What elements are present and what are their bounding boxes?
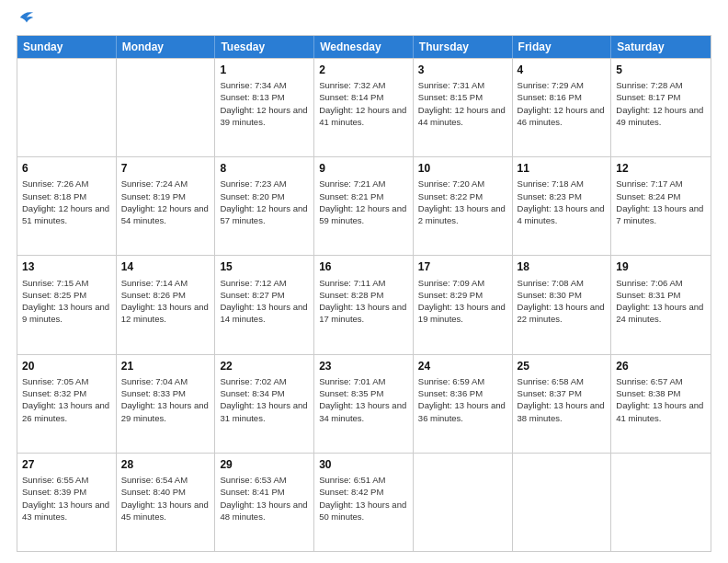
calendar-cell: 11Sunrise: 7:18 AM Sunset: 8:23 PM Dayli… bbox=[513, 157, 612, 255]
day-number: 5 bbox=[616, 63, 706, 77]
day-info: Sunrise: 6:59 AM Sunset: 8:36 PM Dayligh… bbox=[418, 375, 507, 424]
day-number: 21 bbox=[121, 359, 210, 373]
day-number: 17 bbox=[418, 259, 507, 274]
calendar-cell: 20Sunrise: 7:05 AM Sunset: 8:32 PM Dayli… bbox=[17, 355, 117, 453]
day-info: Sunrise: 6:55 AM Sunset: 8:39 PM Dayligh… bbox=[22, 474, 111, 523]
calendar-cell: 18Sunrise: 7:08 AM Sunset: 8:30 PM Dayli… bbox=[513, 256, 612, 353]
calendar-cell: 4Sunrise: 7:29 AM Sunset: 8:16 PM Daylig… bbox=[513, 59, 612, 156]
day-info: Sunrise: 7:17 AM Sunset: 8:24 PM Dayligh… bbox=[616, 178, 706, 226]
day-number: 30 bbox=[319, 457, 408, 472]
calendar-cell: 24Sunrise: 6:59 AM Sunset: 8:36 PM Dayli… bbox=[414, 355, 513, 453]
logo-bird-icon bbox=[18, 9, 35, 26]
calendar-cell: 10Sunrise: 7:20 AM Sunset: 8:22 PM Dayli… bbox=[414, 157, 513, 255]
day-info: Sunrise: 7:31 AM Sunset: 8:15 PM Dayligh… bbox=[418, 79, 507, 128]
day-number: 27 bbox=[22, 457, 111, 472]
calendar-cell: 8Sunrise: 7:23 AM Sunset: 8:20 PM Daylig… bbox=[215, 157, 314, 255]
day-info: Sunrise: 7:12 AM Sunset: 8:27 PM Dayligh… bbox=[220, 277, 309, 326]
day-number: 29 bbox=[220, 457, 309, 472]
day-info: Sunrise: 7:14 AM Sunset: 8:26 PM Dayligh… bbox=[121, 277, 210, 326]
day-info: Sunrise: 6:58 AM Sunset: 8:37 PM Dayligh… bbox=[518, 375, 607, 424]
day-number: 20 bbox=[22, 359, 111, 373]
day-number: 11 bbox=[518, 161, 607, 176]
day-info: Sunrise: 7:24 AM Sunset: 8:19 PM Dayligh… bbox=[121, 178, 210, 226]
day-number: 14 bbox=[121, 259, 210, 274]
calendar-cell: 1Sunrise: 7:34 AM Sunset: 8:13 PM Daylig… bbox=[215, 59, 314, 156]
calendar-cell: 22Sunrise: 7:02 AM Sunset: 8:34 PM Dayli… bbox=[215, 355, 314, 453]
calendar-cell: 27Sunrise: 6:55 AM Sunset: 8:39 PM Dayli… bbox=[17, 454, 117, 551]
day-number: 2 bbox=[319, 63, 408, 77]
day-number: 28 bbox=[121, 457, 210, 472]
day-info: Sunrise: 7:26 AM Sunset: 8:18 PM Dayligh… bbox=[22, 178, 111, 226]
day-info: Sunrise: 7:32 AM Sunset: 8:14 PM Dayligh… bbox=[319, 79, 408, 128]
day-info: Sunrise: 7:29 AM Sunset: 8:16 PM Dayligh… bbox=[518, 79, 607, 128]
calendar-body: 1Sunrise: 7:34 AM Sunset: 8:13 PM Daylig… bbox=[17, 58, 711, 551]
day-info: Sunrise: 7:04 AM Sunset: 8:33 PM Dayligh… bbox=[121, 375, 210, 424]
day-info: Sunrise: 7:18 AM Sunset: 8:23 PM Dayligh… bbox=[518, 178, 607, 226]
calendar-cell: 30Sunrise: 6:51 AM Sunset: 8:42 PM Dayli… bbox=[314, 454, 414, 551]
calendar-cell: 9Sunrise: 7:21 AM Sunset: 8:21 PM Daylig… bbox=[314, 157, 414, 255]
calendar-cell: 14Sunrise: 7:14 AM Sunset: 8:26 PM Dayli… bbox=[117, 256, 216, 353]
day-number: 8 bbox=[220, 161, 309, 176]
calendar-cell: 7Sunrise: 7:24 AM Sunset: 8:19 PM Daylig… bbox=[117, 157, 216, 255]
calendar-cell: 13Sunrise: 7:15 AM Sunset: 8:25 PM Dayli… bbox=[17, 256, 117, 353]
calendar-cell: 28Sunrise: 6:54 AM Sunset: 8:40 PM Dayli… bbox=[117, 454, 216, 551]
day-info: Sunrise: 7:09 AM Sunset: 8:29 PM Dayligh… bbox=[418, 277, 507, 326]
day-info: Sunrise: 6:54 AM Sunset: 8:40 PM Dayligh… bbox=[121, 474, 210, 523]
day-info: Sunrise: 6:57 AM Sunset: 8:38 PM Dayligh… bbox=[616, 375, 706, 424]
logo bbox=[17, 17, 35, 26]
calendar: SundayMondayTuesdayWednesdayThursdayFrid… bbox=[17, 35, 711, 552]
calendar-cell: 26Sunrise: 6:57 AM Sunset: 8:38 PM Dayli… bbox=[611, 355, 711, 453]
day-number: 4 bbox=[518, 63, 607, 77]
day-number: 23 bbox=[319, 359, 408, 373]
page: SundayMondayTuesdayWednesdayThursdayFrid… bbox=[0, 0, 728, 563]
day-number: 9 bbox=[319, 161, 408, 176]
day-number: 25 bbox=[518, 359, 607, 373]
day-info: Sunrise: 7:28 AM Sunset: 8:17 PM Dayligh… bbox=[616, 79, 706, 128]
calendar-cell: 23Sunrise: 7:01 AM Sunset: 8:35 PM Dayli… bbox=[314, 355, 414, 453]
day-number: 1 bbox=[220, 63, 309, 77]
calendar-cell: 19Sunrise: 7:06 AM Sunset: 8:31 PM Dayli… bbox=[611, 256, 711, 353]
day-number: 16 bbox=[319, 259, 408, 274]
calendar-cell: 6Sunrise: 7:26 AM Sunset: 8:18 PM Daylig… bbox=[17, 157, 117, 255]
day-number: 24 bbox=[418, 359, 507, 373]
day-info: Sunrise: 7:08 AM Sunset: 8:30 PM Dayligh… bbox=[518, 277, 607, 326]
day-number: 10 bbox=[418, 161, 507, 176]
calendar-week-3: 13Sunrise: 7:15 AM Sunset: 8:25 PM Dayli… bbox=[17, 255, 711, 353]
header-cell-friday: Friday bbox=[513, 36, 612, 58]
day-number: 26 bbox=[616, 359, 706, 373]
calendar-week-4: 20Sunrise: 7:05 AM Sunset: 8:32 PM Dayli… bbox=[17, 354, 711, 453]
header bbox=[17, 17, 711, 26]
calendar-cell: 5Sunrise: 7:28 AM Sunset: 8:17 PM Daylig… bbox=[611, 59, 711, 156]
calendar-week-1: 1Sunrise: 7:34 AM Sunset: 8:13 PM Daylig… bbox=[17, 58, 711, 156]
day-info: Sunrise: 7:06 AM Sunset: 8:31 PM Dayligh… bbox=[616, 277, 706, 326]
day-info: Sunrise: 7:02 AM Sunset: 8:34 PM Dayligh… bbox=[220, 375, 309, 424]
calendar-cell bbox=[611, 454, 711, 551]
day-info: Sunrise: 7:21 AM Sunset: 8:21 PM Dayligh… bbox=[319, 178, 408, 226]
day-info: Sunrise: 7:11 AM Sunset: 8:28 PM Dayligh… bbox=[319, 277, 408, 326]
day-info: Sunrise: 7:05 AM Sunset: 8:32 PM Dayligh… bbox=[22, 375, 111, 424]
day-info: Sunrise: 7:15 AM Sunset: 8:25 PM Dayligh… bbox=[22, 277, 111, 326]
calendar-cell: 25Sunrise: 6:58 AM Sunset: 8:37 PM Dayli… bbox=[513, 355, 612, 453]
calendar-cell: 17Sunrise: 7:09 AM Sunset: 8:29 PM Dayli… bbox=[414, 256, 513, 353]
calendar-cell: 12Sunrise: 7:17 AM Sunset: 8:24 PM Dayli… bbox=[611, 157, 711, 255]
calendar-cell: 2Sunrise: 7:32 AM Sunset: 8:14 PM Daylig… bbox=[314, 59, 414, 156]
calendar-cell: 3Sunrise: 7:31 AM Sunset: 8:15 PM Daylig… bbox=[414, 59, 513, 156]
day-info: Sunrise: 6:53 AM Sunset: 8:41 PM Dayligh… bbox=[220, 474, 309, 523]
day-number: 6 bbox=[22, 161, 111, 176]
calendar-week-5: 27Sunrise: 6:55 AM Sunset: 8:39 PM Dayli… bbox=[17, 453, 711, 551]
header-cell-thursday: Thursday bbox=[414, 36, 513, 58]
header-cell-wednesday: Wednesday bbox=[314, 36, 414, 58]
day-info: Sunrise: 7:01 AM Sunset: 8:35 PM Dayligh… bbox=[319, 375, 408, 424]
day-info: Sunrise: 7:34 AM Sunset: 8:13 PM Dayligh… bbox=[220, 79, 309, 128]
header-cell-sunday: Sunday bbox=[17, 36, 117, 58]
calendar-cell bbox=[117, 59, 216, 156]
day-number: 18 bbox=[518, 259, 607, 274]
header-cell-tuesday: Tuesday bbox=[215, 36, 314, 58]
header-cell-monday: Monday bbox=[117, 36, 216, 58]
day-number: 19 bbox=[616, 259, 706, 274]
calendar-cell bbox=[17, 59, 117, 156]
day-number: 15 bbox=[220, 259, 309, 274]
day-number: 3 bbox=[418, 63, 507, 77]
calendar-cell bbox=[513, 454, 612, 551]
day-number: 7 bbox=[121, 161, 210, 176]
